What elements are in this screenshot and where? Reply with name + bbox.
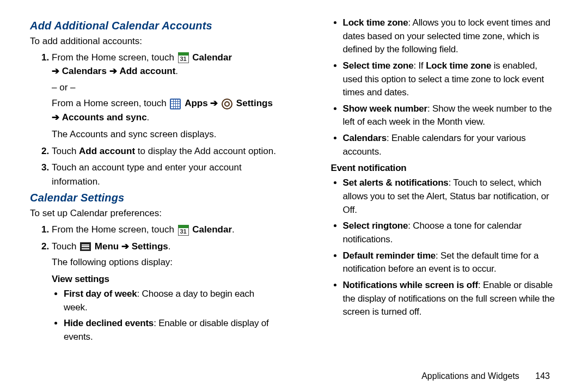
steps-calendar-settings: From the Home screen, touch 31 Calendar.… bbox=[30, 223, 277, 270]
menu-icon bbox=[80, 242, 91, 251]
term: Notifications while screen is off bbox=[343, 280, 478, 290]
term: Default reminder time bbox=[343, 250, 436, 261]
list-item: Show week number: Show the week number t… bbox=[343, 102, 556, 129]
calendar-icon: 31 bbox=[178, 52, 189, 63]
label-add-account: Add account bbox=[119, 66, 175, 76]
label-calendar: Calendar bbox=[192, 224, 232, 235]
term: Hide declined events bbox=[64, 318, 154, 328]
list-item: Calendars: Enable calendars for your var… bbox=[343, 132, 556, 158]
label-calendar: Calendar bbox=[192, 52, 232, 63]
term: Show week number bbox=[343, 103, 428, 114]
text: Touch bbox=[52, 241, 79, 252]
label-settings: Settings bbox=[236, 98, 273, 108]
step1-result: The Accounts and sync screen displays. bbox=[52, 127, 277, 142]
label-add-account: Add account bbox=[79, 146, 135, 156]
label-settings: Settings bbox=[132, 241, 168, 252]
list-item: Lock time zone: Allows you to lock event… bbox=[343, 16, 556, 57]
gear-icon bbox=[222, 99, 232, 109]
text: From the Home screen, touch bbox=[52, 52, 177, 63]
term: First day of week bbox=[64, 289, 137, 299]
calendar-icon: 31 bbox=[178, 225, 189, 236]
step-2: Touch Add account to display the Add acc… bbox=[52, 144, 277, 158]
text: Touch bbox=[52, 146, 79, 156]
arrow-icon: ➔ bbox=[121, 241, 129, 252]
intro-calendar-settings: To set up Calendar preferences: bbox=[30, 207, 277, 220]
step2-result: The following options display: bbox=[52, 255, 277, 270]
subhead-event-notification: Event notification bbox=[331, 163, 556, 174]
bullets-event-notification: Set alerts & notifications: Touch to sel… bbox=[331, 176, 556, 318]
term: Lock time zone bbox=[343, 17, 408, 28]
step-1: From the Home screen, touch 31 Calendar … bbox=[52, 51, 277, 142]
footer-section: Applications and Widgets bbox=[421, 371, 519, 381]
term: Set alerts & notifications bbox=[343, 177, 449, 188]
arrow-icon: ➔ bbox=[52, 112, 59, 122]
list-item: Set alerts & notifications: Touch to sel… bbox=[343, 176, 556, 217]
or-divider: – or – bbox=[52, 81, 277, 95]
step-3: Touch an account type and enter your acc… bbox=[52, 161, 277, 188]
term: Calendars bbox=[343, 133, 387, 143]
heading-calendar-settings: Calendar Settings bbox=[30, 192, 277, 204]
list-item: Hide declined events: Enable or disable … bbox=[64, 317, 277, 344]
list-item: Default reminder time: Set the default t… bbox=[343, 249, 556, 276]
text: to display the Add account option. bbox=[135, 146, 276, 156]
page-footer: Applications and Widgets 143 bbox=[421, 371, 550, 381]
list-item: Select ringtone: Choose a tone for calen… bbox=[343, 219, 556, 246]
heading-add-accounts: Add Additional Calendar Accounts bbox=[30, 20, 277, 32]
list-item: First day of week: Choose a day to begin… bbox=[64, 287, 277, 314]
apps-icon bbox=[170, 99, 181, 109]
label-menu: Menu bbox=[95, 241, 119, 252]
label-calendars: Calendars bbox=[62, 66, 107, 76]
text: From a Home screen, touch bbox=[52, 98, 169, 108]
intro-add-accounts: To add additional accounts: bbox=[30, 35, 277, 48]
term: Select ringtone bbox=[343, 220, 408, 231]
label-accounts-sync: Accounts and sync bbox=[62, 112, 147, 122]
arrow-icon: ➔ bbox=[52, 66, 59, 76]
step-1: From the Home screen, touch 31 Calendar. bbox=[52, 223, 277, 237]
list-item: Select time zone: If Lock time zone is e… bbox=[343, 59, 556, 100]
list-item: Notifications while screen is off: Enabl… bbox=[343, 279, 556, 319]
term: Select time zone bbox=[343, 60, 414, 71]
arrow-icon: ➔ bbox=[210, 98, 218, 108]
arrow-icon: ➔ bbox=[109, 66, 117, 76]
subhead-view-settings: View settings bbox=[52, 274, 277, 285]
steps-add-accounts: From the Home screen, touch 31 Calendar … bbox=[30, 51, 277, 189]
term2: Lock time zone bbox=[426, 60, 491, 71]
text: From the Home screen, touch bbox=[52, 224, 177, 235]
label-apps: Apps bbox=[185, 98, 208, 108]
desc: : If bbox=[414, 60, 426, 71]
step-2: Touch Menu ➔ Settings. The following opt… bbox=[52, 240, 277, 270]
footer-page-number: 143 bbox=[535, 371, 550, 381]
